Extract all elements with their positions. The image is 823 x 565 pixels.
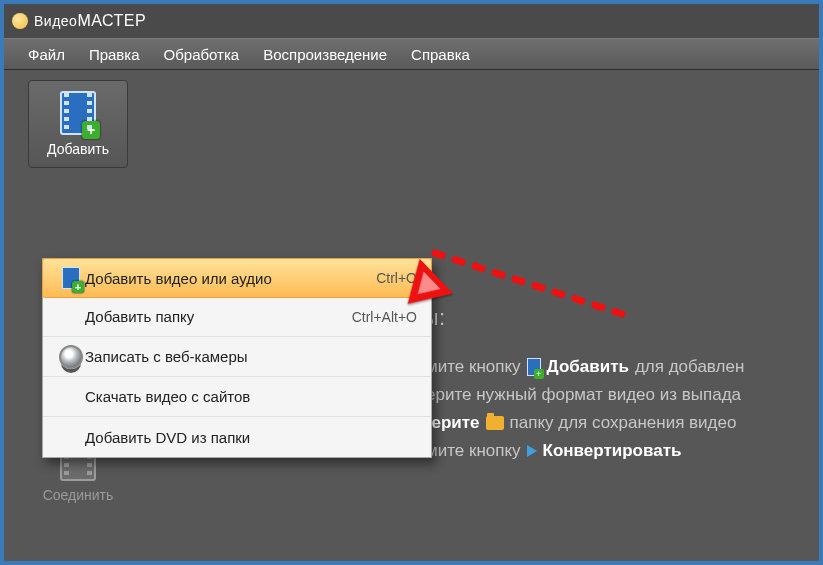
app-title: ВидеоМАСТЕР [34, 12, 146, 30]
menu-add-media-shortcut: Ctrl+O [376, 270, 417, 286]
add-button[interactable]: + Добавить [28, 80, 128, 168]
menu-add-folder-label: Добавить папку [85, 308, 194, 325]
titlebar: ВидеоМАСТЕР [4, 4, 819, 38]
mini-arrow-icon [527, 445, 537, 457]
menu-add-dvd[interactable]: Добавить DVD из папки [43, 417, 431, 457]
menu-webcam-label: Записать с веб-камеры [85, 348, 248, 365]
menu-help[interactable]: Справка [399, 42, 482, 67]
title-main: МАСТЕР [77, 12, 146, 29]
menu-add-media-label: Добавить видео или аудио [85, 270, 272, 287]
title-prefix: Видео [34, 13, 77, 29]
add-dropdown: + Добавить видео или аудио Ctrl+O Добави… [42, 258, 432, 458]
mini-film-icon: + [527, 358, 541, 376]
film-add-icon: + [60, 91, 96, 135]
app-icon [12, 13, 28, 29]
menu-file[interactable]: Файл [16, 42, 77, 67]
mini-folder-icon [486, 416, 504, 430]
plus-badge-icon: + [82, 121, 100, 139]
join-button-label: Соединить [43, 487, 114, 503]
content-area: + Добавить Соединить аботы: 1. Нажмите к… [4, 70, 819, 561]
menu-download-label: Скачать видео с сайтов [85, 388, 250, 405]
menu-playback[interactable]: Воспроизведение [251, 42, 399, 67]
menu-add-folder-shortcut: Ctrl+Alt+O [352, 309, 417, 325]
add-button-label: Добавить [47, 141, 109, 157]
menu-add-folder[interactable]: Добавить папку Ctrl+Alt+O [43, 297, 431, 337]
menu-download-sites[interactable]: Скачать видео с сайтов [43, 377, 431, 417]
menu-add-dvd-label: Добавить DVD из папки [85, 429, 250, 446]
app-window: ВидеоМАСТЕР Файл Правка Обработка Воспро… [0, 0, 823, 565]
menu-process[interactable]: Обработка [152, 42, 252, 67]
menubar: Файл Правка Обработка Воспроизведение Сп… [4, 38, 819, 70]
film-add-small-icon: + [62, 267, 80, 289]
menu-edit[interactable]: Правка [77, 42, 152, 67]
menu-add-media[interactable]: + Добавить видео или аудио Ctrl+O [42, 258, 432, 298]
webcam-icon [59, 345, 83, 369]
menu-record-webcam[interactable]: Записать с веб-камеры [43, 337, 431, 377]
